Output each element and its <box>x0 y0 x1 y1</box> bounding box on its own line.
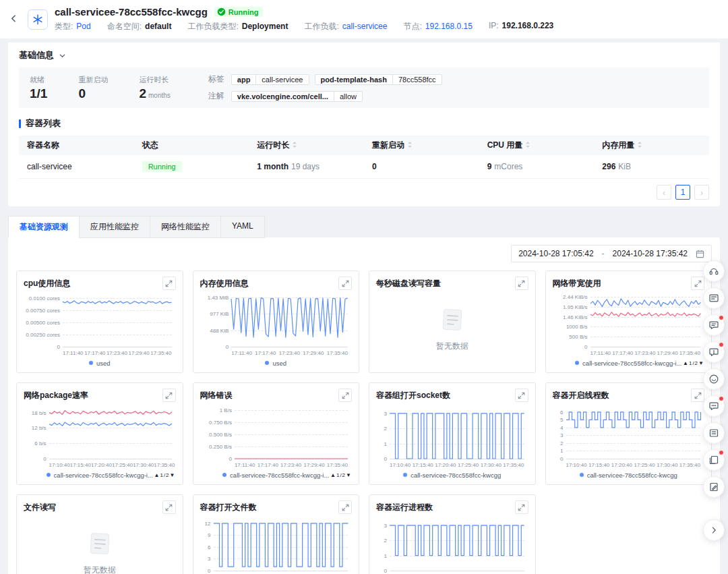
back-button[interactable] <box>7 11 21 28</box>
tab-3[interactable]: 网络性能监控 <box>150 216 220 238</box>
column-label: 容器名称 <box>27 140 59 150</box>
date-range-picker[interactable]: 2024-10-28 17:05:42 - 2024-10-28 17:35:4… <box>511 245 712 262</box>
chart-card-container-threads: 容器开启线程数654321017:10:4017:15:4017:20:4017… <box>545 382 712 485</box>
y-tick-label: 0.00500 cores <box>26 319 60 325</box>
tab-2[interactable]: 应用性能监控 <box>79 216 150 238</box>
column-header[interactable]: 重新启动 <box>364 136 479 155</box>
rail-button-docs[interactable] <box>703 449 725 471</box>
header-main: call-servicee-78cc558fcc-kwcgg Running 类… <box>55 6 717 32</box>
tab-1[interactable]: 基础资源观测 <box>8 216 79 238</box>
legend-dot <box>47 473 51 477</box>
legend-label[interactable]: call-servicee-78cc558fcc-kwcgg <box>411 471 501 479</box>
column-header[interactable]: CPU 用量 <box>479 136 595 155</box>
expand-chart-button[interactable] <box>515 277 528 290</box>
cell-restarts: 0 <box>364 155 479 179</box>
chart-title: 容器运行进程数 <box>376 502 433 513</box>
column-label: 状态 <box>142 140 158 150</box>
rail-button-ticket[interactable] <box>703 422 725 444</box>
no-data-placeholder: 暂无数据 <box>376 290 528 367</box>
legend-label[interactable]: call-servicee-78cc558fcc-kwcgg-i... <box>54 471 153 479</box>
expand-chart-button[interactable] <box>691 389 704 402</box>
x-tick-label: 17:11:40 <box>590 350 611 356</box>
column-header[interactable]: 运行时长 <box>249 136 364 155</box>
chart-plot-area: 1 B/s0.750 B/s0.500 B/s0.250 B/s0 <box>200 406 353 460</box>
chart-plot-area: 0.0100 cores0.00750 cores0.00500 cores0.… <box>24 294 176 348</box>
expand-chart-button[interactable] <box>515 500 528 514</box>
chevron-right-icon <box>709 525 719 535</box>
chart-card-container-processes: 容器运行进程数321017:10:4017:15:4017:20:4017:25… <box>369 494 536 574</box>
series-tx <box>590 312 701 316</box>
rail-button-edit-doc[interactable] <box>703 476 725 498</box>
chart-title: 容器组打开socket数 <box>376 390 450 401</box>
expand-chart-button[interactable] <box>162 500 176 514</box>
x-tick-label: 17:10:40 <box>49 462 70 468</box>
legend-pager[interactable]: ▲1/2▼ <box>683 360 704 366</box>
rail-button-message[interactable] <box>703 314 725 336</box>
y-tick-label: 1.46 KiB/s <box>563 314 587 320</box>
rail-button-smile[interactable] <box>703 368 725 390</box>
y-tick-label: 0.00250 cores <box>26 331 60 337</box>
expand-icon <box>518 392 525 399</box>
meta-value-type[interactable]: Pod <box>76 22 90 31</box>
support-headset-icon <box>708 266 719 277</box>
pagination-prev-button[interactable]: ‹ <box>657 185 671 200</box>
legend-dot <box>580 473 584 477</box>
legend-label[interactable]: call-servicee-78cc558fcc-kwcgg-i... <box>230 471 329 479</box>
legend-label[interactable]: used <box>272 360 286 367</box>
pagination-next-button[interactable]: › <box>694 185 709 200</box>
stat-restarts: 重新启动0 <box>78 75 108 101</box>
gridline <box>566 459 701 459</box>
expand-chart-button[interactable] <box>338 277 352 290</box>
x-tick-label: 17:35:40 <box>150 350 171 356</box>
expand-chart-button[interactable] <box>162 277 176 290</box>
chat-icon <box>708 401 719 411</box>
y-tick-label: 6 <box>208 544 210 550</box>
meta-value-node[interactable]: 192.168.0.15 <box>425 22 473 31</box>
legend-pager[interactable]: ▲1/2▼ <box>154 472 176 478</box>
expand-chart-button[interactable] <box>515 389 528 402</box>
expand-chart-button[interactable] <box>162 389 176 402</box>
collapse-rail-button[interactable] <box>703 519 725 541</box>
expand-chart-button[interactable] <box>338 500 352 514</box>
column-header[interactable]: 内存用量 <box>594 136 709 155</box>
gridline <box>63 347 172 347</box>
ticket-icon <box>708 428 719 438</box>
legend-label[interactable]: call-servicee-78cc558fcc-kwcgg <box>587 471 677 479</box>
x-tick-label: 17:23:40 <box>279 350 300 356</box>
date-range-start: 2024-10-28 17:05:42 <box>518 249 593 258</box>
x-tick-label: 17:20:40 <box>435 462 456 468</box>
chart-legend: call-servicee-78cc558fcc-kwcgg-i...▲1/2▼ <box>200 471 353 479</box>
y-tick-label: 3 <box>560 432 563 438</box>
chart-title: 网络错误 <box>200 390 233 401</box>
tag-key: vke.volcengine.com/cell... <box>232 92 334 101</box>
rail-button-chat[interactable] <box>703 395 725 417</box>
legend-pager[interactable]: ▲1/2▼ <box>330 472 352 478</box>
legend-dot <box>575 361 579 365</box>
meta-label-ip: IP: <box>489 21 499 30</box>
chart-legend: call-servicee-78cc558fcc-kwcgg-i...▲1/2▼ <box>553 359 705 367</box>
x-tick-label: 17:35:40 <box>679 350 700 356</box>
rail-button-guide-panel[interactable] <box>703 287 725 309</box>
x-tick-label: 17:23:40 <box>634 350 655 356</box>
y-tick-label: 2 <box>384 538 387 544</box>
meta-value-workload[interactable]: call-servicee <box>342 22 388 31</box>
legend-label[interactable]: used <box>96 360 111 367</box>
meta-label-workload-type: 工作负载类型: <box>187 22 238 31</box>
pagination-page-1[interactable]: 1 <box>675 185 690 200</box>
tag-key: app <box>232 75 257 84</box>
column-header: 状态 <box>134 136 249 155</box>
x-tick-label: 17:29:40 <box>303 350 324 356</box>
chart-legend: call-servicee-78cc558fcc-kwcgg <box>553 471 705 479</box>
chart-card-network-bandwidth: 网络带宽使用2.44 KiB/s1.95 KiB/s1.46 KiB/s1000… <box>545 270 712 373</box>
basic-info-toggle[interactable]: 基础信息 <box>19 49 66 61</box>
expand-chart-button[interactable] <box>691 277 704 290</box>
x-axis: 17:10:4017:15:4017:20:4017:25:4017:30:40… <box>390 462 524 468</box>
rail-button-support-headset[interactable] <box>703 260 725 282</box>
legend-label[interactable]: call-servicee-78cc558fcc-kwcgg-i... <box>582 360 681 367</box>
expand-chart-button[interactable] <box>338 389 352 402</box>
x-tick-label: 17:30:40 <box>133 462 154 468</box>
series-used <box>231 298 348 337</box>
tab-4[interactable]: YAML <box>220 216 265 238</box>
x-axis: 17:11:4017:17:4017:23:4017:29:4017:35:40 <box>231 350 348 356</box>
rail-button-feedback[interactable] <box>703 341 725 363</box>
